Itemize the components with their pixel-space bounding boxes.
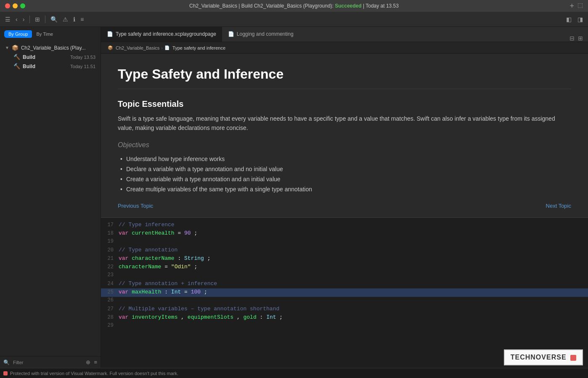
tab-logging[interactable]: 📄 Logging and commenting [222, 27, 299, 42]
tab-label-1: Type safety and inference.xcplaygroundpa… [116, 31, 216, 37]
sidebar-content: ▼ 📦 Ch2_Variable_Basics (Play... 🔨 Build… [0, 41, 101, 356]
breadcrumb-project[interactable]: Ch2_Variable_Basics [116, 45, 159, 50]
sidebar: By Group By Time ▼ 📦 Ch2_Variable_Basics… [0, 27, 101, 368]
close-button[interactable] [5, 3, 10, 8]
code-line-19: 19 [101, 238, 588, 246]
by-time-button[interactable]: By Time [32, 30, 57, 38]
code-line-23: 23 [101, 272, 588, 280]
doc-section-title: Topic Essentials [118, 99, 571, 109]
objectives-title: Objectives [118, 141, 571, 149]
doc-nav: Previous Topic Next Topic [118, 203, 571, 209]
status-indicator [3, 371, 8, 375]
code-panel[interactable]: 17 // Type inference 18 var currentHealt… [101, 218, 588, 368]
split-editor-icon[interactable]: ⊟ [569, 35, 575, 42]
code-line-18: 18 var currentHealth = 90 ; [101, 230, 588, 238]
main-layout: By Group By Time ▼ 📦 Ch2_Variable_Basics… [0, 27, 588, 368]
doc-title: Type Safety and Inference [118, 66, 571, 89]
prev-topic-link[interactable]: Previous Topic [118, 203, 153, 209]
list-item: Declare a variable with a type annotatio… [118, 164, 571, 174]
filter-label: Filter [13, 360, 82, 365]
list-icon[interactable]: ≡ [79, 15, 85, 24]
titlebar-controls: + ⬚ [569, 2, 583, 11]
build-icon-2: 🔨 [13, 63, 20, 69]
layout-icon[interactable]: ⬚ [577, 2, 583, 11]
sidebar-build-1[interactable]: 🔨 Build Today 13.53 [2, 53, 99, 61]
sidebar-toggle-icon[interactable]: ☰ [3, 15, 12, 24]
editor-options-icon[interactable]: ⊞ [578, 35, 583, 42]
code-line-17: 17 // Type inference [101, 221, 588, 230]
tab-right-controls: ⊟ ⊞ [564, 35, 588, 42]
sidebar-footer-icon1[interactable]: ⊕ [86, 359, 90, 365]
panel-left-icon[interactable]: ◧ [564, 15, 573, 24]
panel-right-icon[interactable]: ◨ [576, 15, 585, 24]
code-line-21: 21 var characterName : String ; [101, 255, 588, 263]
breadcrumb-current: Type safety and inference [172, 45, 225, 50]
doc-panel: Type Safety and Inference Topic Essentia… [101, 54, 588, 218]
forward-icon[interactable]: › [21, 15, 26, 24]
code-line-28: 28 var inventoryItems , equipmentSlots ,… [101, 314, 588, 322]
tab-bar: 📄 Type safety and inference.xcplayground… [101, 27, 588, 42]
doc-body: Swift is a type safe language, meaning t… [118, 114, 571, 133]
titlebar: Ch2_Variable_Basics | Build Ch2_Variable… [0, 0, 588, 12]
breadcrumb-file-icon: 📄 [164, 45, 170, 50]
breadcrumb-sep: › [161, 45, 163, 50]
next-topic-link[interactable]: Next Topic [546, 203, 571, 209]
list-item: Create multiple variables of the same ty… [118, 184, 571, 194]
search-icon[interactable]: 🔍 [49, 15, 59, 24]
window-title: Ch2_Variable_Basics | Build Ch2_Variable… [189, 3, 399, 9]
filter-search-icon: 🔍 [3, 359, 10, 365]
code-line-22: 22 characterName = "Odin" ; [101, 263, 588, 272]
tab-label-2: Logging and commenting [237, 31, 294, 37]
status-bar: Protected with trial version of Visual W… [0, 368, 588, 378]
watermark-icon [570, 355, 576, 361]
list-item: Create a variable with a type annotation… [118, 174, 571, 184]
warning-icon[interactable]: ⚠ [61, 15, 70, 24]
build-label-1: Build [23, 54, 68, 60]
code-line-25: 25 var maxHealth : Int = 100 ; [101, 288, 588, 297]
chevron-down-icon: ▼ [5, 45, 9, 50]
maximize-button[interactable] [20, 3, 25, 8]
inspector-icon[interactable]: ℹ [72, 15, 77, 24]
sidebar-footer-icon2[interactable]: ≡ [94, 359, 97, 365]
status-bar-text: Protected with trial version of Visual W… [10, 371, 585, 376]
build-label-2: Build [23, 63, 68, 69]
add-tab-icon[interactable]: + [569, 2, 574, 11]
breadcrumb: 📦 Ch2_Variable_Basics › 📄 Type safety an… [101, 42, 588, 54]
list-item: Understand how type inference works [118, 154, 571, 164]
grid-icon[interactable]: ⊞ [33, 15, 42, 24]
toolbar: ☰ ‹ › ⊞ 🔍 ⚠ ℹ ≡ ◧ ◨ [0, 12, 588, 27]
traffic-lights [5, 3, 25, 8]
content-area: 📄 Type safety and inference.xcplayground… [101, 27, 588, 368]
code-line-20: 20 // Type annotation [101, 246, 588, 255]
sidebar-header: By Group By Time [0, 27, 101, 41]
build-date-2: Today 11.51 [70, 64, 95, 69]
toolbar-left: ☰ ‹ › ⊞ 🔍 ⚠ ℹ ≡ [3, 15, 564, 24]
toolbar-sep [29, 16, 30, 23]
breadcrumb-project-icon: 📦 [108, 45, 113, 50]
toolbar-sep2 [45, 16, 45, 23]
tab-icon-2: 📄 [228, 31, 234, 37]
code-line-24: 24 // Type annotation + inference [101, 280, 588, 288]
by-group-button[interactable]: By Group [4, 30, 32, 38]
editor-area: Type Safety and Inference Topic Essentia… [101, 54, 588, 368]
group-time-toggle: By Group By Time [4, 30, 57, 38]
code-line-29: 29 [101, 322, 588, 330]
build-date-1: Today 13.53 [70, 55, 95, 60]
code-line-27: 27 // Multiple variables – type annotati… [101, 305, 588, 314]
watermark-text: TECHNOVERSE [511, 354, 567, 361]
project-icon: 📦 [12, 45, 19, 51]
back-icon[interactable]: ‹ [14, 15, 19, 24]
tab-type-safety[interactable]: 📄 Type safety and inference.xcplayground… [101, 27, 222, 42]
toolbar-right: ◧ ◨ [564, 15, 585, 24]
watermark: TECHNOVERSE [504, 349, 583, 365]
objectives-list: Understand how type inference works Decl… [118, 154, 571, 194]
sidebar-project-label: Ch2_Variable_Basics (Play... [21, 45, 95, 51]
sidebar-build-2[interactable]: 🔨 Build Today 11.51 [2, 62, 99, 71]
sidebar-footer: 🔍 Filter ⊕ ≡ [0, 356, 101, 368]
code-line-26: 26 [101, 297, 588, 305]
build-icon-1: 🔨 [13, 54, 20, 60]
tab-icon-1: 📄 [107, 31, 113, 37]
minimize-button[interactable] [13, 3, 18, 8]
sidebar-project-item[interactable]: ▼ 📦 Ch2_Variable_Basics (Play... [2, 43, 99, 52]
